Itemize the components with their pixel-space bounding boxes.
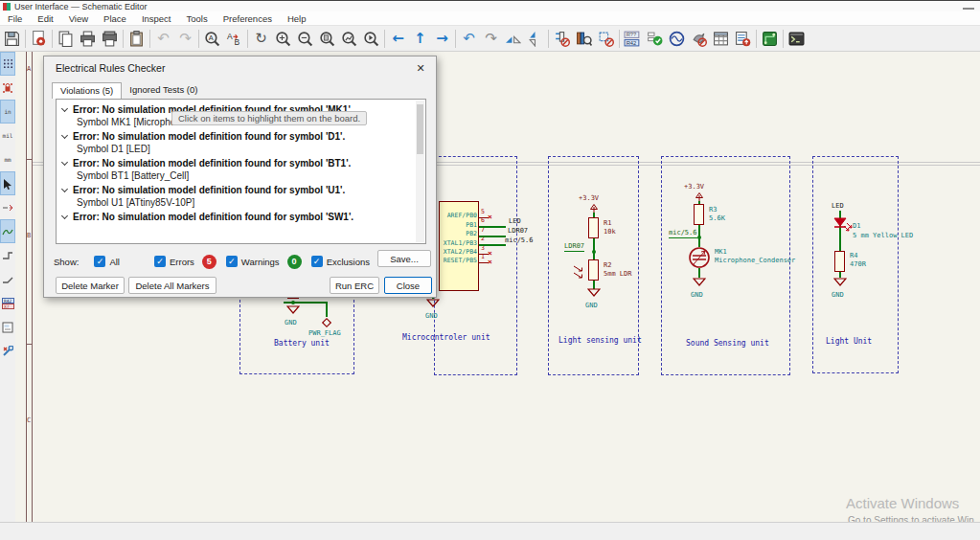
cursor-shape-icon[interactable] — [0, 171, 15, 195]
menu-help[interactable]: Help — [280, 13, 314, 24]
find-icon[interactable]: A — [201, 28, 223, 50]
chevron-down-icon[interactable] — [61, 105, 68, 112]
close-button[interactable]: Close — [384, 277, 432, 294]
delete-all-markers-button[interactable]: Delete All Markers — [128, 277, 217, 294]
45-deg-wires-icon[interactable] — [0, 267, 15, 291]
all-checkbox[interactable]: ✓ — [94, 256, 105, 267]
symbol-editor-icon[interactable] — [551, 28, 573, 50]
units-mils-icon[interactable]: mil — [0, 124, 15, 147]
bom-icon[interactable] — [732, 28, 754, 50]
save-button[interactable]: Save... — [377, 250, 431, 267]
violation-detail[interactable]: Symbol BT1 [Battery_Cell] — [57, 170, 425, 183]
chevron-down-icon[interactable] — [61, 186, 68, 192]
nav-forward-icon[interactable]: → — [431, 28, 453, 50]
menu-preferences[interactable]: Preferences — [216, 13, 280, 24]
net-label-mic[interactable]: mic/5.6 — [505, 236, 534, 244]
free-angle-wires-icon[interactable] — [0, 219, 15, 243]
sim-probe-icon[interactable] — [688, 28, 710, 50]
find-replace-icon[interactable]: AB — [223, 28, 245, 50]
menu-view[interactable]: View — [61, 13, 96, 24]
net-label-led[interactable]: LED — [509, 217, 521, 225]
undo-icon[interactable]: ↶ — [152, 28, 174, 50]
delete-marker-button[interactable]: Delete Marker — [56, 277, 125, 294]
redo-icon[interactable]: ↷ — [174, 28, 196, 50]
annotation-visibility-icon[interactable]: R42X? — [0, 291, 15, 315]
tab-ignored-tests[interactable]: Ignored Tests (0) — [122, 82, 205, 99]
wire-led[interactable] — [479, 226, 506, 228]
nav-up-icon[interactable]: ↑ — [409, 28, 431, 50]
violation-detail[interactable]: Symbol U1 [ATtiny85V-10P] — [57, 197, 425, 210]
led-symbol[interactable] — [832, 216, 855, 237]
rotate-ccw-icon[interactable]: ↶ — [458, 28, 480, 50]
zoom-out-icon[interactable] — [294, 28, 316, 50]
open-pcb-icon[interactable] — [759, 28, 781, 50]
close-icon[interactable]: ✕ — [413, 60, 428, 76]
pwr-flag-symbol[interactable] — [321, 317, 332, 328]
net-label-ldr07[interactable]: LDR07 — [508, 227, 528, 235]
zoom-fit-objects-icon[interactable] — [338, 28, 360, 50]
violation-detail[interactable]: Symbol D1 [LED] — [57, 144, 425, 156]
refresh-view-icon[interactable]: ↻ — [250, 28, 272, 50]
warnings-checkbox[interactable]: ✓ — [226, 256, 238, 267]
mirror-horizontal-icon[interactable] — [502, 28, 524, 50]
wire-ldr07[interactable] — [479, 236, 506, 237]
violation-row[interactable]: Error: No simulation model definition fo… — [57, 183, 425, 197]
violation-row[interactable]: Error: No simulation model definition fo… — [57, 156, 425, 170]
menu-file[interactable]: File — [0, 13, 30, 24]
annotate-icon[interactable]: R??R42 — [622, 28, 644, 50]
chevron-down-icon[interactable] — [61, 132, 68, 139]
list-scrollbar[interactable] — [416, 101, 424, 242]
tab-violations[interactable]: Violations (5) — [52, 82, 122, 99]
violation-row[interactable]: Error: No simulation model definition fo… — [57, 210, 425, 224]
page-settings-icon[interactable] — [55, 28, 77, 50]
resistor-r3[interactable] — [694, 204, 704, 225]
hidden-pins-icon[interactable] — [0, 195, 15, 219]
simulator-icon[interactable] — [666, 28, 688, 50]
chevron-down-icon[interactable] — [61, 159, 68, 166]
zoom-fit-page-icon[interactable] — [316, 28, 338, 50]
resistor-r2-ldr[interactable] — [588, 259, 599, 281]
paste-icon[interactable] — [125, 28, 148, 50]
menu-place[interactable]: Place — [96, 13, 134, 24]
grid-override-icon[interactable] — [0, 76, 15, 100]
exclusions-checkbox[interactable]: ✓ — [311, 256, 323, 267]
properties-panel-icon[interactable] — [0, 339, 15, 363]
ss-net-label[interactable]: mic/5.6 — [669, 229, 697, 238]
battery-wire[interactable] — [284, 302, 327, 304]
grid-icon[interactable] — [0, 52, 15, 76]
plot-icon[interactable] — [99, 28, 121, 50]
minimize-icon[interactable] — [963, 5, 974, 10]
resistor-r1[interactable] — [588, 217, 599, 238]
nav-back-icon[interactable]: ← — [387, 28, 409, 50]
scrollbar-thumb[interactable] — [417, 104, 423, 154]
run-erc-button[interactable]: Run ERC — [330, 277, 379, 294]
menu-edit[interactable]: Edit — [30, 13, 60, 24]
hv-wires-icon[interactable] — [0, 243, 15, 267]
chevron-down-icon[interactable] — [61, 213, 68, 219]
ls-net-label[interactable]: LDR07 — [564, 242, 584, 252]
zoom-selection-icon[interactable] — [360, 28, 382, 50]
menu-tools[interactable]: Tools — [179, 13, 216, 24]
scripting-console-icon[interactable] — [786, 28, 808, 50]
hierarchy-navigator-icon[interactable] — [0, 315, 15, 339]
library-browser-icon[interactable] — [573, 28, 595, 50]
resistor-r4[interactable] — [834, 251, 845, 272]
menu-inspect[interactable]: Inspect — [134, 13, 179, 24]
zoom-in-icon[interactable] — [272, 28, 294, 50]
units-inches-icon[interactable]: in — [0, 100, 15, 124]
units-mm-icon[interactable]: mm — [0, 147, 15, 171]
schematic-setup-icon[interactable] — [28, 28, 50, 50]
lu-net-label[interactable]: LED — [832, 202, 844, 210]
mirror-vertical-icon[interactable] — [524, 28, 546, 50]
save-icon[interactable] — [1, 28, 23, 50]
erc-check-icon[interactable] — [644, 28, 666, 50]
violation-row[interactable]: Error: No simulation model definition fo… — [57, 129, 425, 144]
rotate-cw-icon[interactable]: ↷ — [480, 28, 502, 50]
symbol-fields-table-icon[interactable] — [710, 28, 732, 50]
errors-checkbox[interactable]: ✓ — [154, 256, 166, 267]
wire-mic[interactable] — [479, 244, 506, 246]
footprint-assign-icon[interactable] — [595, 28, 617, 50]
microphone-symbol[interactable] — [688, 246, 711, 269]
violations-list[interactable]: Error: No simulation model definition fo… — [56, 99, 426, 244]
print-icon[interactable] — [77, 28, 99, 50]
